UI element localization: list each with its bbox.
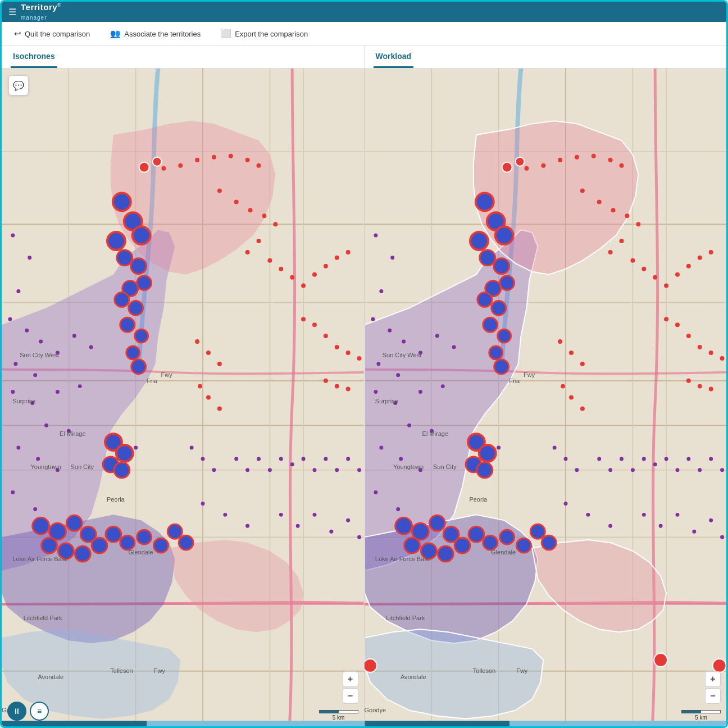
svg-point-44 xyxy=(217,362,222,366)
map-label-tolleson-right: Tolleson xyxy=(473,667,495,674)
svg-point-260 xyxy=(494,360,508,374)
svg-point-139 xyxy=(114,462,130,478)
map-left-bg: Sun City West Surprise El Mirage Sun Cit… xyxy=(2,69,364,726)
map-right-bg: Sun City West Surprise El Mirage Sun Cit… xyxy=(365,69,727,726)
svg-point-250 xyxy=(470,232,488,250)
zoom-in-button-left[interactable]: + xyxy=(343,671,358,687)
svg-point-176 xyxy=(641,267,646,271)
svg-point-34 xyxy=(267,258,272,263)
menu-icon[interactable]: ☰ xyxy=(8,7,16,17)
map-label-fwy-left-top: Fwy xyxy=(161,371,172,378)
svg-point-89 xyxy=(279,457,283,461)
zoom-out-button-right[interactable]: − xyxy=(705,688,721,704)
pause-button-left[interactable]: ⏸ xyxy=(7,702,26,721)
svg-point-267 xyxy=(404,538,420,553)
svg-point-95 xyxy=(346,457,350,461)
svg-point-68 xyxy=(11,390,15,394)
app-logo: Territory® manager xyxy=(21,2,61,21)
svg-point-20 xyxy=(161,166,166,171)
map-right-scale-bar xyxy=(365,721,727,726)
map-label-sun-city-west-left: Sun City West xyxy=(20,352,59,358)
svg-point-61 xyxy=(25,329,29,333)
svg-point-208 xyxy=(396,373,400,377)
svg-point-233 xyxy=(675,468,679,472)
svg-point-203 xyxy=(402,340,406,344)
svg-point-166 xyxy=(608,158,612,162)
svg-point-272 xyxy=(483,535,497,550)
export-comparison-label: Export the comparison xyxy=(235,30,308,38)
map-label-surprise-left: Surprise xyxy=(12,398,35,404)
scale-bar-right: 5 km xyxy=(681,710,721,721)
map-label-fria-left: Fria xyxy=(147,377,157,384)
svg-point-50 xyxy=(357,356,362,361)
map-label-el-mirage-right: El Mirage xyxy=(422,430,448,437)
svg-point-171 xyxy=(625,213,629,218)
svg-point-251 xyxy=(479,250,495,266)
svg-point-249 xyxy=(495,226,513,244)
svg-point-52 xyxy=(335,384,339,389)
svg-point-30 xyxy=(262,213,266,218)
svg-point-278 xyxy=(479,445,495,462)
svg-point-54 xyxy=(198,384,202,389)
svg-point-56 xyxy=(217,406,222,411)
svg-point-79 xyxy=(134,446,138,450)
svg-point-115 xyxy=(129,301,143,315)
svg-point-38 xyxy=(312,272,317,277)
zoom-controls-left: + − xyxy=(343,671,358,704)
export-icon: ⬜ xyxy=(221,29,231,39)
svg-point-205 xyxy=(435,334,439,338)
svg-point-49 xyxy=(346,351,351,355)
list-button-left[interactable]: ≡ xyxy=(30,702,49,721)
svg-point-162 xyxy=(541,163,545,168)
svg-point-276 xyxy=(542,535,556,550)
svg-point-236 xyxy=(709,457,713,461)
map-label-sun-city-right: Sun City xyxy=(433,463,457,470)
svg-point-200 xyxy=(379,289,383,293)
svg-point-282 xyxy=(365,659,377,672)
svg-point-116 xyxy=(120,317,135,332)
zoom-out-button-left[interactable]: − xyxy=(343,688,358,704)
svg-point-215 xyxy=(379,446,383,450)
chat-button-left[interactable]: 💬 xyxy=(8,75,29,95)
quit-comparison-button[interactable]: ↩ Quit the comparison xyxy=(11,26,93,41)
svg-point-242 xyxy=(658,524,662,528)
svg-point-225 xyxy=(575,468,579,472)
svg-point-269 xyxy=(438,546,453,562)
svg-point-246 xyxy=(720,535,724,539)
svg-point-87 xyxy=(257,457,261,461)
svg-point-35 xyxy=(279,267,283,271)
tab-workload[interactable]: Workload xyxy=(374,46,414,68)
svg-point-202 xyxy=(388,329,392,333)
svg-point-25 xyxy=(245,158,250,162)
svg-point-131 xyxy=(120,535,135,550)
svg-point-97 xyxy=(201,502,205,506)
associate-territories-button[interactable]: 👥 Associate the territories xyxy=(107,26,204,41)
svg-point-42 xyxy=(195,339,199,344)
svg-point-96 xyxy=(357,468,361,472)
svg-point-37 xyxy=(301,284,306,288)
svg-point-82 xyxy=(190,446,194,450)
playback-controls-left: ⏸ ≡ xyxy=(7,702,49,721)
svg-point-165 xyxy=(591,154,595,158)
export-comparison-button[interactable]: ⬜ Export the comparison xyxy=(217,26,311,41)
zoom-in-button-right[interactable]: + xyxy=(705,671,721,687)
svg-point-234 xyxy=(686,457,690,461)
svg-point-72 xyxy=(44,424,48,427)
svg-point-219 xyxy=(396,507,400,511)
map-label-glendale-left: Glendale xyxy=(129,549,153,556)
svg-point-40 xyxy=(335,256,339,260)
svg-point-256 xyxy=(491,301,506,315)
map-left: Sun City West Surprise El Mirage Sun Cit… xyxy=(2,69,365,726)
svg-point-229 xyxy=(630,468,634,472)
svg-point-128 xyxy=(75,546,90,562)
svg-point-245 xyxy=(709,518,713,522)
tab-isochrones[interactable]: Isochrones xyxy=(11,46,57,68)
svg-point-137 xyxy=(116,445,133,462)
svg-point-88 xyxy=(268,468,272,472)
map-label-fwy-right-top: Fwy xyxy=(524,371,535,378)
svg-point-201 xyxy=(371,317,375,321)
svg-point-220 xyxy=(497,446,501,450)
svg-point-83 xyxy=(201,457,205,461)
svg-point-224 xyxy=(563,457,567,461)
scale-line-left xyxy=(319,710,358,713)
